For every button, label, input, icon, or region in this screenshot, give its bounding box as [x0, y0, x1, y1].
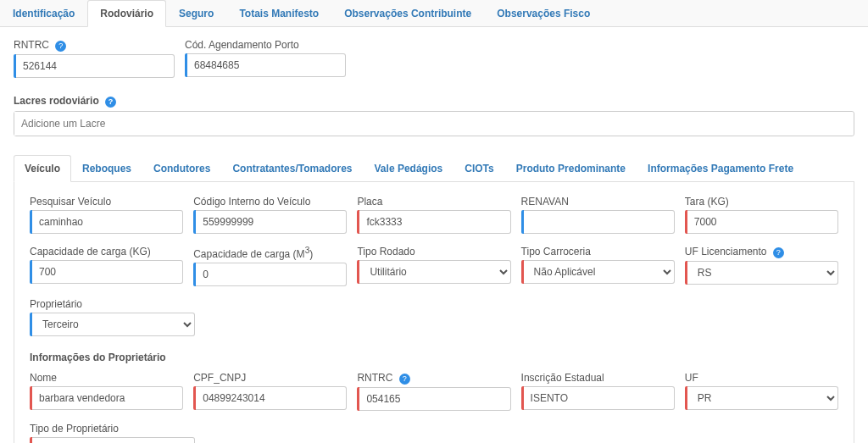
rntrc-label: RNTRC ? — [14, 39, 175, 52]
tab-totais-manifesto[interactable]: Totais Manifesto — [226, 0, 331, 26]
subtab-vale-pedagios[interactable]: Vale Pedágios — [364, 155, 454, 181]
sub-tabs: Veículo Reboques Condutores Contratantes… — [14, 155, 854, 182]
codigo-interno-label: Código Interno do Veículo — [193, 196, 347, 208]
pesquisar-veiculo-input[interactable] — [32, 210, 183, 234]
owner-nome-input[interactable] — [32, 386, 183, 410]
owner-section-title: Informações do Proprietário — [30, 352, 838, 363]
help-icon[interactable]: ? — [105, 97, 116, 108]
placa-label: Placa — [357, 196, 510, 208]
subtab-reboques[interactable]: Reboques — [71, 155, 142, 181]
placa-input[interactable] — [359, 210, 510, 234]
tipo-carroceria-select[interactable]: Não Aplicável — [524, 260, 675, 284]
owner-rntrc-label: RNTRC ? — [357, 372, 510, 385]
tipo-rodado-label: Tipo Rodado — [357, 246, 510, 257]
subtab-ciots[interactable]: CIOTs — [453, 155, 504, 181]
owner-nome-label: Nome — [30, 372, 183, 384]
owner-uf-select[interactable]: PR — [687, 386, 838, 410]
uf-lic-label: UF Licenciamento ? — [685, 246, 838, 258]
proprietario-label: Proprietário — [30, 298, 195, 310]
renavan-label: RENAVAN — [521, 196, 675, 208]
owner-tipo-select[interactable]: Outros — [32, 437, 195, 443]
cap-kg-label: Capacidade de carga (KG) — [30, 246, 183, 257]
owner-ie-label: Inscrição Estadual — [521, 372, 675, 384]
subtab-contratantes[interactable]: Contratantes/Tomadores — [221, 155, 363, 181]
owner-tipo-label: Tipo de Proprietário — [30, 423, 195, 435]
tab-seguro[interactable]: Seguro — [166, 0, 226, 26]
help-icon[interactable]: ? — [55, 41, 66, 52]
owner-ie-input[interactable] — [524, 386, 675, 410]
tara-input[interactable] — [687, 210, 838, 234]
tab-observacoes-contribuinte[interactable]: Observações Contribuinte — [331, 0, 484, 26]
cap-m3-label: Capacidade de carga (M3) — [193, 246, 347, 260]
help-icon[interactable]: ? — [773, 247, 784, 258]
renavan-input[interactable] — [524, 210, 675, 234]
subtab-produto-predominante[interactable]: Produto Predominante — [505, 155, 637, 181]
agend-porto-label: Cód. Agendamento Porto — [185, 39, 346, 51]
cap-m3-input[interactable] — [196, 263, 347, 286]
cap-kg-input[interactable] — [32, 260, 183, 284]
tab-identificacao[interactable]: Identificação — [0, 0, 87, 26]
tab-rodoviario[interactable]: Rodoviário — [87, 0, 166, 27]
lacres-title: Lacres rodoviário ? — [14, 95, 854, 108]
tipo-rodado-select[interactable]: Utilitário — [359, 260, 510, 284]
lacre-input[interactable] — [14, 112, 854, 136]
proprietario-select[interactable]: Terceiro — [32, 313, 195, 336]
owner-cpf-input[interactable] — [196, 386, 347, 410]
subtab-condutores[interactable]: Condutores — [142, 155, 221, 181]
tara-label: Tara (KG) — [685, 196, 838, 208]
subtab-veiculo[interactable]: Veículo — [14, 155, 71, 182]
subtab-pagamento-frete[interactable]: Informações Pagamento Frete — [637, 155, 804, 181]
pesquisar-veiculo-label: Pesquisar Veículo — [30, 196, 183, 208]
owner-cpf-label: CPF_CNPJ — [193, 372, 347, 384]
owner-uf-label: UF — [685, 372, 838, 384]
owner-rntrc-input[interactable] — [359, 387, 510, 411]
tipo-carroceria-label: Tipo Carroceria — [521, 246, 675, 257]
agend-porto-input[interactable] — [187, 53, 346, 77]
rntrc-input[interactable] — [16, 54, 175, 78]
codigo-interno-input[interactable] — [196, 210, 347, 234]
main-tabs: Identificação Rodoviário Seguro Totais M… — [0, 0, 868, 27]
help-icon[interactable]: ? — [399, 374, 410, 385]
uf-lic-select[interactable]: RS — [687, 261, 838, 285]
tab-observacoes-fisco[interactable]: Observações Fisco — [484, 0, 603, 26]
